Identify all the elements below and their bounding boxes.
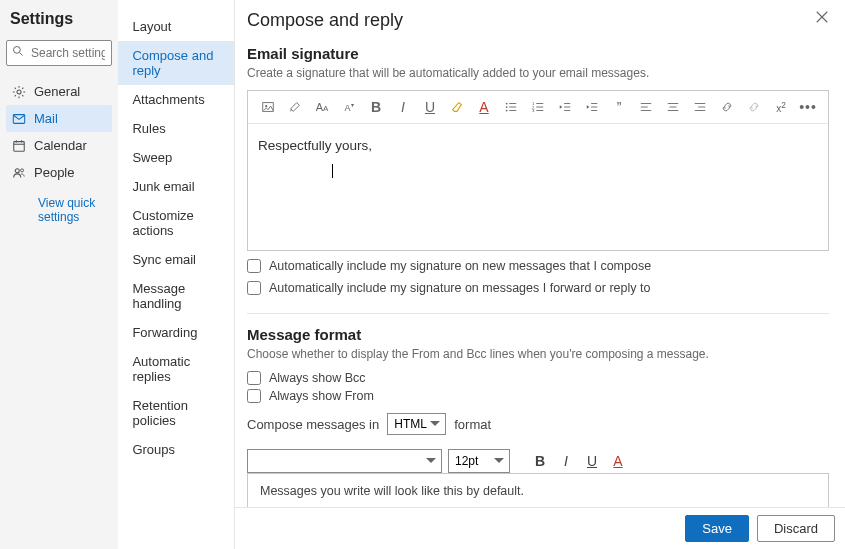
svg-point-15: [506, 106, 508, 108]
svg-point-16: [506, 110, 508, 112]
secondary-nav: LayoutCompose and replyAttachmentsRulesS…: [118, 0, 235, 549]
primary-nav-item-people[interactable]: People: [6, 159, 112, 186]
signature-heading: Email signature: [247, 45, 829, 62]
font-color-icon[interactable]: A: [476, 99, 492, 115]
footer: Save Discard: [235, 507, 845, 549]
svg-text:3: 3: [532, 108, 535, 113]
compose-suffix: format: [454, 417, 491, 432]
signature-editor-body[interactable]: Respectfully yours,: [248, 124, 828, 250]
mail-icon: [12, 112, 26, 126]
show-bcc-label: Always show Bcc: [269, 371, 366, 385]
show-from-label: Always show From: [269, 389, 374, 403]
highlight-icon[interactable]: [449, 99, 465, 115]
painter-icon[interactable]: [287, 99, 303, 115]
format-desc: Choose whether to display the From and B…: [247, 347, 829, 361]
secondary-nav-item-compose-and-reply[interactable]: Compose and reply: [118, 41, 234, 85]
svg-line-1: [20, 53, 23, 56]
svg-point-9: [21, 168, 24, 171]
main-panel: Compose and reply Email signature Create…: [235, 0, 845, 549]
secondary-nav-item-message-handling[interactable]: Message handling: [118, 274, 234, 318]
primary-nav-label: People: [34, 165, 74, 180]
show-bcc-checkbox[interactable]: [247, 371, 261, 385]
show-from-checkbox[interactable]: [247, 389, 261, 403]
bullet-list-icon[interactable]: [503, 99, 519, 115]
people-icon: [12, 166, 26, 180]
primary-nav-label: Calendar: [34, 138, 87, 153]
outdent-icon[interactable]: [557, 99, 573, 115]
secondary-nav-item-attachments[interactable]: Attachments: [118, 85, 234, 114]
svg-point-8: [15, 168, 19, 172]
svg-rect-4: [14, 141, 25, 151]
indent-icon[interactable]: [584, 99, 600, 115]
secondary-nav-item-rules[interactable]: Rules: [118, 114, 234, 143]
text-caret: [332, 164, 333, 178]
svg-point-13: [265, 105, 267, 107]
include-sig-new-checkbox[interactable]: [247, 259, 261, 273]
include-sig-new-row[interactable]: Automatically include my signature on ne…: [247, 259, 829, 273]
primary-nav-label: Mail: [34, 111, 58, 126]
gear-icon: [12, 85, 26, 99]
search-box[interactable]: [6, 40, 112, 66]
discard-button[interactable]: Discard: [757, 515, 835, 542]
align-center-icon[interactable]: [665, 99, 681, 115]
align-left-icon[interactable]: [638, 99, 654, 115]
font-color-button[interactable]: A: [608, 453, 628, 469]
secondary-nav-item-groups[interactable]: Groups: [118, 435, 234, 464]
superscript-icon[interactable]: x2: [773, 99, 789, 115]
bold-icon[interactable]: B: [368, 99, 384, 115]
calendar-icon: [12, 139, 26, 153]
primary-nav-item-mail[interactable]: Mail: [6, 105, 112, 132]
compose-prefix: Compose messages in: [247, 417, 379, 432]
secondary-nav-item-retention-policies[interactable]: Retention policies: [118, 391, 234, 435]
font-size-select[interactable]: 12pt: [448, 449, 510, 473]
primary-nav-item-calendar[interactable]: Calendar: [6, 132, 112, 159]
primary-nav-item-general[interactable]: General: [6, 78, 112, 105]
secondary-nav-item-forwarding[interactable]: Forwarding: [118, 318, 234, 347]
include-sig-reply-row[interactable]: Automatically include my signature on me…: [247, 281, 829, 295]
italic-button[interactable]: I: [556, 453, 576, 469]
signature-desc: Create a signature that will be automati…: [247, 66, 829, 80]
page-title: Compose and reply: [247, 10, 403, 31]
compose-format-select[interactable]: HTML: [387, 413, 446, 435]
close-icon[interactable]: [815, 10, 829, 24]
secondary-nav-item-sweep[interactable]: Sweep: [118, 143, 234, 172]
include-sig-reply-label: Automatically include my signature on me…: [269, 281, 650, 295]
show-bcc-row[interactable]: Always show Bcc: [247, 371, 829, 385]
bold-button[interactable]: B: [530, 453, 550, 469]
secondary-nav-item-junk-email[interactable]: Junk email: [118, 172, 234, 201]
save-button[interactable]: Save: [685, 515, 749, 542]
svg-point-0: [14, 47, 21, 54]
compose-format-row: Compose messages in HTML format: [247, 413, 829, 435]
unlink-icon[interactable]: [746, 99, 762, 115]
svg-point-2: [17, 89, 21, 93]
insert-image-icon[interactable]: [260, 99, 276, 115]
secondary-nav-item-customize-actions[interactable]: Customize actions: [118, 201, 234, 245]
font-family-select[interactable]: [247, 449, 442, 473]
secondary-nav-item-layout[interactable]: Layout: [118, 12, 234, 41]
font-size-small-icon[interactable]: A▾: [341, 99, 357, 115]
secondary-nav-item-sync-email[interactable]: Sync email: [118, 245, 234, 274]
view-quick-settings-link[interactable]: View quick settings: [6, 186, 112, 224]
include-sig-reply-checkbox[interactable]: [247, 281, 261, 295]
section-divider: [247, 313, 829, 314]
signature-toolbar: AAA▾BIUA123”x2•••: [248, 91, 828, 124]
more-icon[interactable]: •••: [800, 99, 816, 115]
search-icon: [12, 45, 24, 57]
link-icon[interactable]: [719, 99, 735, 115]
settings-title: Settings: [6, 10, 112, 36]
italic-icon[interactable]: I: [395, 99, 411, 115]
quote-icon[interactable]: ”: [611, 99, 627, 115]
svg-point-14: [506, 103, 508, 105]
font-size-aa-icon[interactable]: AA: [314, 99, 330, 115]
format-heading: Message format: [247, 326, 829, 343]
default-font-row: 12pt B I U A: [247, 449, 829, 473]
underline-icon[interactable]: U: [422, 99, 438, 115]
include-sig-new-label: Automatically include my signature on ne…: [269, 259, 651, 273]
underline-button[interactable]: U: [582, 453, 602, 469]
align-right-icon[interactable]: [692, 99, 708, 115]
primary-nav: Settings GeneralMailCalendarPeople View …: [0, 0, 118, 549]
secondary-nav-item-automatic-replies[interactable]: Automatic replies: [118, 347, 234, 391]
number-list-icon[interactable]: 123: [530, 99, 546, 115]
show-from-row[interactable]: Always show From: [247, 389, 829, 403]
signature-editor: AAA▾BIUA123”x2••• Respectfully yours,: [247, 90, 829, 251]
